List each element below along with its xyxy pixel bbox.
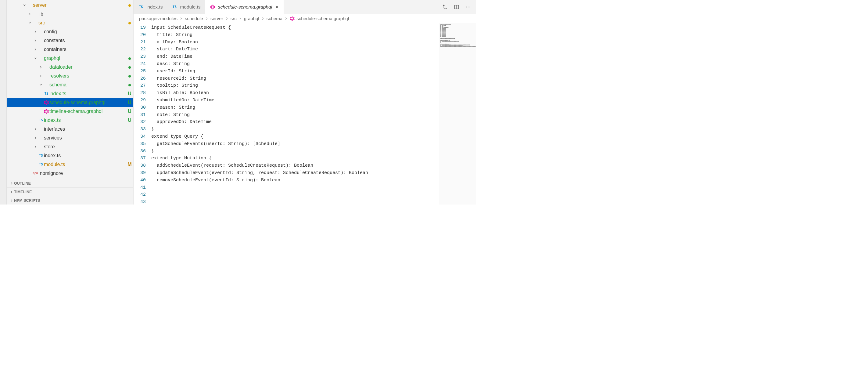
line-number: 19: [133, 24, 146, 31]
compare-changes-icon[interactable]: [442, 4, 448, 10]
tree-item-constants[interactable]: constants: [7, 36, 133, 45]
code-line[interactable]: allDay: Boolean: [151, 39, 439, 46]
tree-item-dataloader[interactable]: dataloader: [7, 63, 133, 71]
svg-point-9: [46, 113, 46, 114]
chevron-right-icon: [9, 182, 14, 185]
tree-item-label: timeline-schema.graphql: [50, 109, 126, 114]
line-number: 41: [133, 184, 146, 191]
code-line[interactable]: getScheduleEvents(userId: String): [Sche…: [151, 140, 439, 148]
chevron-right-icon: [239, 17, 242, 21]
line-number: 22: [133, 46, 146, 53]
tree-item-module-ts[interactable]: TSmodule.tsM: [7, 160, 133, 169]
git-status-untracked: U: [128, 109, 131, 114]
breadcrumb-packages-modules[interactable]: packages-modules: [139, 16, 178, 21]
breadcrumb-schedule[interactable]: schedule: [185, 16, 203, 21]
tree-item-services[interactable]: services: [7, 134, 133, 142]
code-content[interactable]: input ScheduleCreateRequest { title: Str…: [151, 23, 439, 204]
chevron-right-icon: [225, 17, 229, 21]
svg-point-15: [212, 8, 213, 9]
code-line[interactable]: end: DateTime: [151, 53, 439, 60]
svg-point-12: [212, 5, 213, 5]
graphql-icon: [210, 5, 215, 9]
panel-timeline[interactable]: TIMELINE: [7, 188, 133, 196]
tree-item-lib[interactable]: lib: [7, 9, 133, 18]
tree-item-server[interactable]: server: [7, 1, 133, 9]
code-line[interactable]: reason: String: [151, 104, 439, 111]
code-line[interactable]: title: String: [151, 31, 439, 39]
panel-npm-scripts[interactable]: NPM SCRIPTS: [7, 196, 133, 204]
code-line[interactable]: userId: String: [151, 68, 439, 75]
editor-area[interactable]: 1920212223242526272829303132333435363738…: [133, 23, 476, 204]
split-editor-icon[interactable]: [454, 4, 459, 10]
activity-bar[interactable]: [0, 0, 7, 204]
code-line[interactable]: updateScheduleEvent(eventId: String, req…: [151, 169, 439, 177]
code-line[interactable]: }: [151, 148, 439, 155]
tree-item-interfaces[interactable]: interfaces: [7, 124, 133, 134]
svg-point-7: [48, 110, 49, 111]
code-line[interactable]: input ScheduleCreateRequest {: [151, 24, 439, 31]
tab-index-ts[interactable]: TSindex.ts: [133, 0, 167, 14]
tree-item-schema[interactable]: schema: [7, 80, 133, 89]
tab-schedule-schema-graphql[interactable]: schedule-schema.graphql: [205, 0, 284, 14]
npm-icon: npm: [33, 172, 38, 175]
chevron-right-icon: [179, 17, 183, 21]
svg-point-25: [294, 18, 294, 18]
breadcrumbs[interactable]: packages-modulesscheduleserversrcgraphql…: [133, 14, 476, 23]
tree-item-containers[interactable]: containers: [7, 45, 133, 54]
code-line[interactable]: submittedOn: DateTime: [151, 97, 439, 104]
breadcrumb-schema[interactable]: schema: [267, 16, 283, 21]
breadcrumb-src[interactable]: src: [230, 16, 237, 21]
code-line[interactable]: tooltip: String: [151, 82, 439, 89]
typescript-icon: TS: [139, 5, 143, 9]
chevron-down-icon: [27, 21, 32, 25]
line-number: 24: [133, 60, 146, 68]
code-line[interactable]: start: DateTime: [151, 46, 439, 53]
tree-item-label: config: [44, 29, 126, 34]
svg-point-26: [294, 19, 294, 20]
git-modified-dot-icon: [128, 4, 131, 7]
tree-item-index-ts[interactable]: TSindex.tsU: [7, 116, 133, 124]
code-line[interactable]: resourceId: String: [151, 75, 439, 82]
breadcrumb-graphql[interactable]: graphql: [244, 16, 259, 21]
minimap[interactable]: ██████████████████████████ ██ ████ █████…: [439, 23, 476, 204]
tree-item-index-ts[interactable]: TSindex.tsU: [7, 89, 133, 98]
code-line[interactable]: desc: String: [151, 60, 439, 68]
line-number: 34: [133, 133, 146, 140]
code-line[interactable]: approvedOn: DateTime: [151, 118, 439, 126]
breadcrumb-schedule-schema-graphql[interactable]: schedule-schema.graphql: [297, 16, 349, 21]
tab-module-ts[interactable]: TSmodule.ts: [167, 0, 205, 14]
git-modified-dot-icon: [128, 22, 131, 24]
chevron-right-icon: [33, 30, 38, 34]
tree-item-label: resolvers: [50, 73, 126, 79]
tree-item-label: dataloader: [50, 64, 126, 70]
code-line[interactable]: }: [151, 126, 439, 133]
tree-item-label: schedule-schema.graphql: [50, 100, 126, 105]
tree-item-index-ts[interactable]: TSindex.ts: [7, 151, 133, 160]
tab-bar[interactable]: TSindex.tsTSmodule.tsschedule-schema.gra…: [133, 0, 476, 14]
breadcrumb-server[interactable]: server: [211, 16, 223, 21]
code-line[interactable]: note: String: [151, 111, 439, 119]
line-number: 27: [133, 82, 146, 89]
more-actions-icon[interactable]: [465, 4, 471, 10]
graphql-icon: [290, 16, 294, 21]
code-line[interactable]: removeScheduleEvent(eventId: String): Bo…: [151, 177, 439, 184]
tree-item-store[interactable]: store: [7, 142, 133, 151]
tree-item-src[interactable]: src: [7, 18, 133, 27]
tree-item-graphql[interactable]: graphql: [7, 54, 133, 63]
line-number: 30: [133, 104, 146, 111]
file-tree[interactable]: serverlibsrcconfigconstantscontainersgra…: [7, 0, 133, 179]
code-line[interactable]: isBillable: Boolean: [151, 89, 439, 97]
code-line[interactable]: extend type Query {: [151, 133, 439, 140]
tree-item-schedule-schema-graphql[interactable]: schedule-schema.graphqlU: [7, 98, 133, 107]
tree-item--npmignore[interactable]: npm.npmignore: [7, 169, 133, 178]
tree-item-label: module.ts: [44, 162, 126, 167]
tree-item-config[interactable]: config: [7, 27, 133, 36]
panel-outline[interactable]: OUTLINE: [7, 179, 133, 188]
svg-point-5: [44, 101, 44, 102]
tree-item-resolvers[interactable]: resolvers: [7, 71, 133, 80]
code-line[interactable]: addScheduleEvent(request: ScheduleCreate…: [151, 162, 439, 169]
code-line[interactable]: extend type Mutation {: [151, 155, 439, 162]
svg-point-2: [48, 103, 49, 104]
close-icon[interactable]: [275, 5, 279, 9]
tree-item-timeline-schema-graphql[interactable]: timeline-schema.graphqlU: [7, 107, 133, 116]
